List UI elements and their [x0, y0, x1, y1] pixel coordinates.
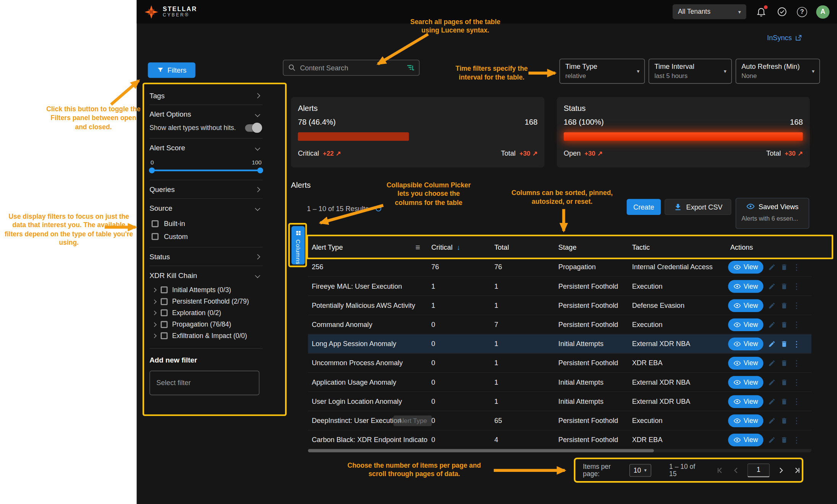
- more-actions-icon[interactable]: ⋮: [793, 358, 801, 368]
- delete-icon[interactable]: [780, 321, 788, 328]
- table-row[interactable]: Carbon Black: XDR Endpoint Indicator 0 4…: [308, 431, 811, 450]
- kill-chain-item-persistent-foothold[interactable]: Persistent Foothold (2/79): [150, 296, 263, 307]
- filter-section-tags[interactable]: Tags: [150, 86, 263, 104]
- edit-icon[interactable]: [768, 321, 776, 328]
- view-button[interactable]: View: [728, 280, 763, 293]
- select-filter-input[interactable]: [150, 371, 259, 395]
- filter-section-alert-score[interactable]: Alert Score: [150, 139, 263, 157]
- stellar-cyber-logo[interactable]: STELLAR CYBER®: [144, 5, 197, 19]
- user-avatar[interactable]: A: [816, 5, 830, 18]
- content-search-input[interactable]: [300, 64, 402, 72]
- filter-section-queries[interactable]: Queries: [150, 180, 263, 198]
- view-button[interactable]: View: [728, 433, 763, 446]
- view-button[interactable]: View: [728, 356, 763, 369]
- delete-icon[interactable]: [780, 302, 788, 309]
- table-row[interactable]: Fireeye MAL: User Execution 1 1 Persiste…: [308, 277, 811, 296]
- edit-icon[interactable]: [768, 302, 776, 309]
- delete-icon[interactable]: [780, 282, 788, 290]
- more-actions-icon[interactable]: ⋮: [793, 262, 801, 272]
- source-option-custom[interactable]: Custom: [150, 230, 263, 242]
- edit-icon[interactable]: [768, 282, 776, 290]
- more-actions-icon[interactable]: ⋮: [793, 397, 801, 406]
- insyncs-link[interactable]: InSyncs: [767, 34, 802, 42]
- delete-icon[interactable]: [780, 340, 788, 348]
- filters-toggle-button[interactable]: Filters: [148, 62, 195, 78]
- kill-chain-item-initial-attempts[interactable]: Initial Attempts (0/3): [150, 284, 263, 296]
- column-header-tactic[interactable]: Tactic: [628, 243, 726, 251]
- items-per-page-select[interactable]: 10 ▾: [629, 464, 651, 476]
- delete-icon[interactable]: [780, 379, 788, 386]
- edit-icon[interactable]: [768, 398, 776, 405]
- filter-section-xdr-kill-chain[interactable]: XDR Kill Chain: [150, 266, 263, 284]
- table-row[interactable]: Uncommon Process Anomaly 0 1 Persistent …: [308, 354, 811, 373]
- kill-chain-item-exploration[interactable]: Exploration (0/2): [150, 307, 263, 319]
- lucene-filter-icon[interactable]: [406, 63, 415, 72]
- view-button[interactable]: View: [728, 318, 763, 331]
- alert-score-slider[interactable]: [151, 170, 262, 171]
- table-row[interactable]: User Login Location Anomaly 0 1 Initial …: [308, 392, 811, 411]
- help-icon[interactable]: ?: [797, 7, 807, 16]
- time-interval-dropdown[interactable]: Time Interval last 5 hours ▾: [648, 59, 732, 84]
- slider-handle-min[interactable]: [149, 167, 155, 173]
- table-row[interactable]: Potentially Malicious AWS Activity 1 1 P…: [308, 296, 811, 315]
- tasks-check-icon[interactable]: [776, 6, 788, 18]
- edit-icon[interactable]: [768, 436, 776, 444]
- auto-refresh-dropdown[interactable]: Auto Refresh (Min) None ▾: [736, 59, 820, 84]
- column-header-stage[interactable]: Stage: [555, 243, 629, 251]
- edit-icon[interactable]: [768, 359, 776, 367]
- view-button[interactable]: View: [728, 395, 763, 408]
- column-header-critical[interactable]: Critical ↓: [428, 243, 491, 251]
- view-button[interactable]: View: [728, 260, 763, 273]
- edit-icon[interactable]: [768, 263, 776, 271]
- more-actions-icon[interactable]: ⋮: [793, 377, 801, 387]
- alerts-summary-card[interactable]: Alerts 78 (46.4%) 168 Critical+22 ↗ Tota…: [291, 97, 544, 167]
- edit-icon[interactable]: [768, 340, 776, 348]
- edit-icon[interactable]: [768, 417, 776, 424]
- view-button[interactable]: View: [728, 299, 763, 312]
- table-row[interactable]: DeepInstinct: User Execution 0 65 Persis…: [308, 411, 811, 430]
- create-button[interactable]: Create: [627, 199, 661, 215]
- notifications-bell-icon[interactable]: [755, 6, 767, 18]
- previous-page-button[interactable]: [731, 465, 741, 475]
- more-actions-icon[interactable]: ⋮: [793, 301, 801, 310]
- filter-section-alert-options[interactable]: Alert Options: [150, 105, 263, 123]
- source-option-built-in[interactable]: Built-in: [150, 217, 263, 230]
- kill-chain-item-propagation[interactable]: Propagation (76/84): [150, 319, 263, 330]
- column-header-total[interactable]: Total: [490, 243, 554, 251]
- show-alert-types-toggle[interactable]: [245, 124, 261, 132]
- view-button[interactable]: View: [728, 376, 763, 389]
- table-row[interactable]: Command Anomaly 0 7 Persistent Foothold …: [308, 315, 811, 334]
- refresh-icon[interactable]: [374, 204, 383, 213]
- last-page-button[interactable]: [792, 465, 802, 475]
- column-picker-button[interactable]: Columns: [291, 226, 305, 264]
- delete-icon[interactable]: [780, 436, 788, 444]
- more-actions-icon[interactable]: ⋮: [793, 339, 801, 348]
- page-number-input[interactable]: [747, 463, 770, 477]
- filter-section-status[interactable]: Status: [150, 247, 263, 265]
- more-actions-icon[interactable]: ⋮: [793, 281, 801, 291]
- saved-views-dropdown[interactable]: Saved Views Alerts with 6 essen...: [736, 198, 809, 229]
- edit-icon[interactable]: [768, 379, 776, 386]
- table-row[interactable]: Application Usage Anomaly 0 1 Initial At…: [308, 373, 811, 392]
- next-page-button[interactable]: [776, 465, 786, 475]
- delete-icon[interactable]: [780, 398, 788, 405]
- first-page-button[interactable]: [715, 465, 725, 475]
- table-row[interactable]: 256 76 76 Propagation Internal Credentia…: [308, 258, 811, 277]
- filter-section-source[interactable]: Source: [150, 199, 263, 217]
- delete-icon[interactable]: [780, 417, 788, 424]
- kill-chain-item-exfiltration[interactable]: Exfiltration & Impact (0/0): [150, 330, 263, 341]
- scrollbar-thumb[interactable]: [308, 449, 654, 452]
- more-actions-icon[interactable]: ⋮: [793, 435, 801, 444]
- column-menu-icon[interactable]: ≡: [415, 242, 420, 252]
- time-type-dropdown[interactable]: Time Type relative ▾: [559, 59, 645, 84]
- table-row-selected[interactable]: Long App Session Anomaly 0 1 Initial Att…: [308, 334, 811, 353]
- export-csv-button[interactable]: Export CSV: [664, 199, 731, 215]
- delete-icon[interactable]: [780, 359, 788, 367]
- tenant-selector[interactable]: All Tenants ▾: [673, 4, 746, 19]
- horizontal-scrollbar[interactable]: [308, 449, 811, 452]
- more-actions-icon[interactable]: ⋮: [793, 320, 801, 329]
- status-summary-card[interactable]: Status 168 (100%) 168 Open+30 ↗ Total+30…: [557, 97, 809, 167]
- view-button[interactable]: View: [728, 337, 763, 350]
- more-actions-icon[interactable]: ⋮: [793, 416, 801, 425]
- slider-handle-max[interactable]: [257, 167, 263, 173]
